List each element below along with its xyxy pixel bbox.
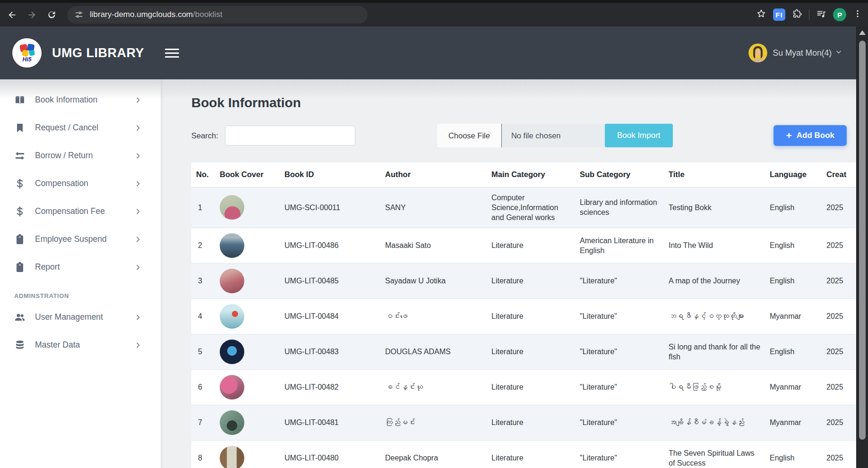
book-language: Myanmar xyxy=(765,298,822,334)
fi-extension-icon[interactable]: FI xyxy=(773,9,785,21)
book-cover-cell xyxy=(215,228,280,263)
book-title: Testing Bokk xyxy=(664,187,765,228)
book-cover-cell xyxy=(215,298,280,334)
hamburger-menu-icon[interactable] xyxy=(165,46,179,60)
sidebar-item-master-data[interactable]: Master Data xyxy=(0,331,161,359)
choose-file-button[interactable]: Choose File xyxy=(437,124,502,147)
book-cover-image xyxy=(220,446,244,468)
sub-category: "Literature" xyxy=(575,263,664,298)
dollar-icon xyxy=(14,178,26,189)
book-cover-cell xyxy=(215,263,280,298)
column-header-no: No. xyxy=(191,162,215,187)
file-chosen-status: No file chosen xyxy=(502,124,605,147)
table-row: 7UMG-LIT-00481ကြည်မင်းLiterature"Literat… xyxy=(191,405,856,440)
book-language: English xyxy=(765,440,822,468)
column-header-creat: Creat xyxy=(822,162,856,187)
book-cover-image xyxy=(220,340,244,364)
created-value: 2025 xyxy=(822,334,856,369)
add-book-button[interactable]: + Add Book xyxy=(773,125,847,146)
table-row: 4UMG-LIT-00484ဝင်းဖေLiterature"Literatur… xyxy=(191,298,856,334)
created-value: 2025 xyxy=(822,369,856,405)
sidebar-item-request-cancel[interactable]: Request / Cancel xyxy=(0,114,161,142)
sidebar-item-user-management[interactable]: User Management xyxy=(0,303,161,331)
media-controls-icon[interactable] xyxy=(816,9,826,21)
table-row: 1UMG-SCI-00011SANYComputer Science,Infor… xyxy=(191,187,856,228)
user-name: Su Myat Mon(4) xyxy=(773,48,832,58)
book-icon xyxy=(14,94,26,106)
column-header-main-category: Main Category xyxy=(487,162,575,187)
sub-category: American Literature in English xyxy=(575,228,664,263)
row-number: 4 xyxy=(191,298,215,334)
browser-profile-avatar[interactable]: P xyxy=(833,8,846,21)
toolbar-divider xyxy=(809,9,809,20)
main-category: Literature xyxy=(487,440,575,468)
book-language: Myanmar xyxy=(765,405,822,440)
app-header: Hi5 UMG LIBRARY Su Myat Mon(4) xyxy=(0,26,856,79)
book-import-button[interactable]: Book Import xyxy=(605,124,673,147)
back-icon[interactable] xyxy=(4,7,20,23)
chevron-right-icon xyxy=(134,314,142,321)
book-author: ကြည်မင်း xyxy=(380,405,487,440)
created-value: 2025 xyxy=(822,440,856,468)
sidebar-section-label: ADMINSTRATION xyxy=(14,292,161,299)
sub-category: "Literature" xyxy=(575,334,664,369)
main-category: Computer Science,Information and General… xyxy=(487,187,575,228)
book-author: Deepak Chopra xyxy=(380,440,487,468)
user-avatar xyxy=(748,43,767,62)
scrollbar-up-arrow[interactable] xyxy=(859,30,866,35)
row-number: 3 xyxy=(191,263,215,298)
sidebar-nav: Book Information Request / Cancel Borrow… xyxy=(0,86,161,281)
book-language: Myanmar xyxy=(765,369,822,405)
sidebar-item-employee-suspend[interactable]: Employee Suspend xyxy=(0,225,161,253)
chevron-right-icon xyxy=(134,152,142,160)
column-header-language: Language xyxy=(765,162,822,187)
book-author: Masaaki Sato xyxy=(380,228,487,263)
reload-icon[interactable] xyxy=(43,7,60,23)
book-cover-image xyxy=(220,195,244,220)
book-author: ဝင်းဖေ xyxy=(380,298,487,334)
scrollbar-thumb[interactable] xyxy=(859,41,866,440)
chevron-right-icon xyxy=(134,180,142,187)
sub-category: "Literature" xyxy=(575,405,664,440)
table-row: 6UMG-LIT-00482ခင်နှင်းယုLiterature"Liter… xyxy=(191,369,856,405)
column-header-title: Title xyxy=(664,162,765,187)
book-cover-image xyxy=(220,233,244,258)
sidebar-item-compensation[interactable]: Compensation xyxy=(0,170,161,197)
sidebar-item-report[interactable]: Report xyxy=(0,253,161,281)
book-cover-image xyxy=(220,375,244,400)
user-menu[interactable]: Su Myat Mon(4) xyxy=(748,43,856,62)
site-settings-icon[interactable] xyxy=(75,10,83,19)
sidebar-item-compensation-fee[interactable]: Compensation Fee xyxy=(0,197,161,225)
sidebar-item-book-information[interactable]: Book Information xyxy=(0,86,161,114)
forward-icon[interactable] xyxy=(24,7,40,23)
column-header-author: Author xyxy=(380,162,487,187)
row-number: 5 xyxy=(191,334,215,369)
created-value: 2025 xyxy=(822,187,856,228)
search-label: Search: xyxy=(191,131,218,140)
sidebar-item-borrow-return[interactable]: Borrow / Return xyxy=(0,142,161,170)
users-icon xyxy=(14,312,26,323)
search-input[interactable] xyxy=(225,126,355,145)
database-icon xyxy=(14,340,26,351)
clipboard-icon xyxy=(14,234,26,245)
address-bar[interactable]: library-demo.umgclouds.com/booklist xyxy=(67,6,368,24)
bookmark-star-icon[interactable] xyxy=(756,9,766,21)
book-cover-image xyxy=(220,269,244,293)
book-id: UMG-LIT-00486 xyxy=(280,228,380,263)
book-title: ဘရဖီနှင့်ဝတ္ထုတိုများ xyxy=(664,298,765,334)
main-category: Literature xyxy=(487,369,575,405)
sub-category: "Literature" xyxy=(575,298,664,334)
main-category: Literature xyxy=(487,405,575,440)
sidebar: Book Information Request / Cancel Borrow… xyxy=(0,79,161,468)
sub-category: "Literature" xyxy=(575,369,664,405)
book-title: ပါရမီဖြည့်စမို့ xyxy=(664,369,765,405)
browser-menu-icon[interactable] xyxy=(853,9,862,20)
column-header-book-cover: Book Cover xyxy=(215,162,280,187)
book-id: UMG-LIT-00485 xyxy=(280,263,380,298)
dollar-icon xyxy=(14,206,26,217)
book-title: အချိန်စီမံခန့်ခွဲနည်း xyxy=(664,405,765,440)
main-category: Literature xyxy=(487,228,575,263)
book-author: ခင်နှင်းယု xyxy=(380,369,487,405)
book-cover-cell xyxy=(215,187,280,228)
extensions-puzzle-icon[interactable] xyxy=(792,9,802,21)
